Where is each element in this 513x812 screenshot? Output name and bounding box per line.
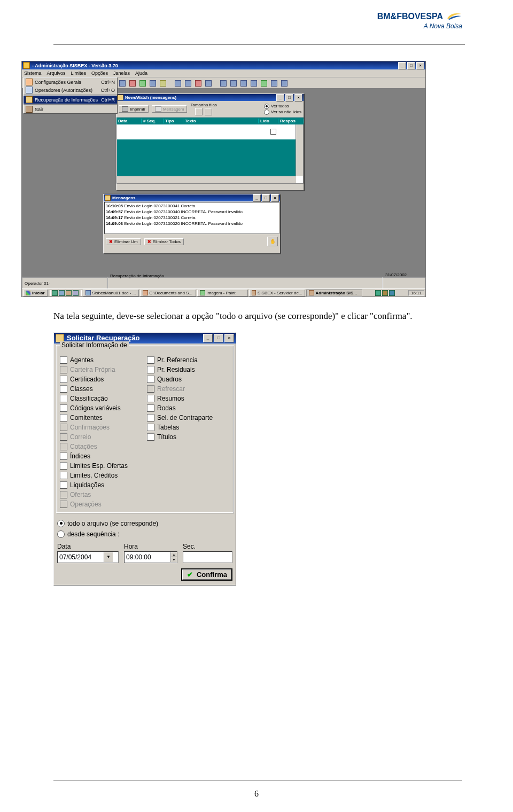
checkbox-icon[interactable] bbox=[60, 376, 67, 383]
data-input[interactable] bbox=[58, 553, 104, 561]
minimize-button[interactable]: _ bbox=[276, 94, 284, 102]
checkbox-icon[interactable] bbox=[60, 395, 67, 402]
delete-one-button[interactable]: ✖ Eliminar Um bbox=[106, 238, 141, 245]
radio-desde-sequencia[interactable]: desde sequência : bbox=[57, 529, 232, 540]
checkbox-limites-cr-ditos[interactable]: Limites, Créditos bbox=[60, 471, 143, 480]
toolbar-button[interactable] bbox=[219, 79, 228, 88]
horizontal-scrollbar[interactable] bbox=[117, 176, 296, 183]
tray-icon[interactable] bbox=[375, 290, 381, 296]
hora-input-box[interactable]: ▲▼ bbox=[124, 551, 177, 563]
checkbox-icon[interactable] bbox=[60, 472, 67, 479]
toolbar-button[interactable] bbox=[194, 79, 203, 88]
spin-buttons[interactable]: ▲▼ bbox=[170, 552, 177, 562]
col-lido[interactable]: Lido bbox=[259, 119, 278, 123]
quick-launch-icon[interactable] bbox=[66, 290, 72, 296]
menu-sistema[interactable]: Sistema bbox=[24, 71, 42, 76]
toolbar-button[interactable] bbox=[229, 79, 238, 88]
hand-button[interactable]: ✋ bbox=[267, 237, 278, 246]
delete-all-button[interactable]: ✖ Eliminar Todos bbox=[144, 238, 184, 245]
col-respos[interactable]: Respos bbox=[278, 119, 304, 123]
zoom-in-button[interactable] bbox=[195, 108, 203, 115]
checkbox-icon[interactable] bbox=[147, 366, 154, 373]
toolbar-button[interactable] bbox=[184, 79, 192, 88]
checkbox-icon[interactable] bbox=[60, 414, 67, 421]
checkbox--ndices[interactable]: Índices bbox=[60, 451, 143, 461]
close-button[interactable]: × bbox=[271, 194, 279, 202]
dropdown-item-operadores[interactable]: Operadores (Autorizações) Ctrl+O bbox=[24, 86, 117, 94]
sec-input-box[interactable] bbox=[183, 551, 232, 563]
checkbox-icon[interactable] bbox=[147, 424, 154, 431]
sec-input[interactable] bbox=[183, 553, 232, 561]
start-button[interactable]: Iniciar bbox=[23, 290, 48, 296]
checkbox-sel-de-contraparte[interactable]: Sel. de Contraparte bbox=[147, 413, 230, 423]
toolbar-button[interactable] bbox=[280, 79, 289, 88]
checkbox-icon[interactable] bbox=[60, 481, 67, 489]
checkbox-icon[interactable] bbox=[60, 385, 67, 393]
checkbox-rodas[interactable]: Rodas bbox=[147, 403, 230, 413]
checkbox-quadros[interactable]: Quadros bbox=[147, 374, 230, 384]
menu-ajuda[interactable]: Ajuda bbox=[135, 71, 147, 76]
maximize-button[interactable]: □ bbox=[262, 194, 270, 202]
checkbox-tabelas[interactable]: Tabelas bbox=[147, 423, 230, 432]
checkbox-icon[interactable] bbox=[147, 376, 154, 383]
maximize-button[interactable]: □ bbox=[407, 62, 415, 69]
toolbar-button[interactable] bbox=[174, 79, 182, 88]
toolbar-button[interactable] bbox=[149, 79, 157, 88]
menu-limites[interactable]: Limites bbox=[71, 71, 87, 76]
toolbar-button[interactable] bbox=[260, 79, 268, 88]
checkbox-classifica-o[interactable]: Classificação bbox=[60, 394, 143, 403]
toolbar-button[interactable] bbox=[128, 79, 137, 88]
vertical-scrollbar[interactable] bbox=[296, 124, 303, 176]
checkbox-pr-residuais[interactable]: Pr. Residuais bbox=[147, 365, 230, 374]
checkbox-liquida-es[interactable]: Liquidações bbox=[60, 480, 143, 490]
checkbox-limites-esp-ofertas[interactable]: Limites Esp. Ofertas bbox=[60, 461, 143, 471]
checkbox-icon[interactable] bbox=[60, 452, 67, 460]
maximize-button[interactable]: □ bbox=[285, 94, 293, 102]
toolbar-button[interactable] bbox=[250, 79, 258, 88]
minimize-button[interactable]: _ bbox=[203, 334, 213, 342]
checkbox-t-tulos[interactable]: Títulos bbox=[147, 432, 230, 442]
tray-icon[interactable] bbox=[382, 290, 388, 296]
checkbox-agentes[interactable]: Agentes bbox=[60, 355, 143, 365]
col-data[interactable]: Data bbox=[116, 119, 142, 123]
col-tipo[interactable]: Tipo bbox=[164, 119, 183, 123]
checkbox-icon[interactable] bbox=[60, 404, 67, 412]
chevron-down-icon[interactable]: ▼ bbox=[104, 552, 113, 562]
spin-up-icon[interactable]: ▲ bbox=[171, 552, 177, 558]
message-button[interactable]: Mensagem bbox=[152, 105, 188, 113]
checkbox-pr-referencia[interactable]: Pr. Referencia bbox=[147, 355, 230, 365]
col-texto[interactable]: Texto bbox=[183, 119, 259, 123]
data-input-box[interactable]: ▼ bbox=[57, 551, 119, 563]
checkbox-certificados[interactable]: Certificados bbox=[60, 374, 143, 384]
zoom-out-button[interactable] bbox=[205, 108, 212, 115]
dropdown-item-recuperacao[interactable]: Recuperação de Informações Ctrl+R bbox=[24, 96, 117, 104]
hora-input[interactable] bbox=[125, 553, 170, 561]
checkbox-icon[interactable] bbox=[147, 433, 154, 441]
messages-list[interactable]: 16:10:05 Envio de Login 02073100041 Corr… bbox=[104, 202, 279, 234]
checkbox-icon[interactable] bbox=[60, 462, 67, 470]
close-button[interactable]: × bbox=[224, 334, 234, 342]
toolbar-button[interactable] bbox=[118, 79, 127, 88]
toolbar-button[interactable] bbox=[270, 79, 278, 88]
checkbox-comitentes[interactable]: Comitentes bbox=[60, 413, 143, 423]
confirm-button[interactable]: ✔ Confirma bbox=[181, 568, 232, 581]
minimize-button[interactable]: _ bbox=[398, 62, 406, 69]
checkbox-icon[interactable] bbox=[60, 356, 67, 364]
spin-down-icon[interactable]: ▼ bbox=[171, 557, 177, 562]
toolbar-button[interactable] bbox=[138, 79, 147, 88]
taskbar-item-active[interactable]: Administração SIS... bbox=[306, 290, 362, 296]
maximize-button[interactable]: □ bbox=[214, 334, 223, 342]
checkbox-resumos[interactable]: Resumos bbox=[147, 394, 230, 403]
radio-todo-arquivo[interactable]: todo o arquivo (se corresponde) bbox=[57, 518, 232, 529]
minimize-button[interactable]: _ bbox=[253, 194, 261, 202]
col-seq[interactable]: # Seq. bbox=[142, 119, 164, 123]
dropdown-item-config[interactable]: Configurações Gerais Ctrl+N bbox=[24, 78, 117, 86]
checkbox-classes[interactable]: Classes bbox=[60, 384, 143, 394]
checkbox-icon[interactable] bbox=[147, 356, 154, 364]
menu-opcoes[interactable]: Opções bbox=[91, 71, 108, 76]
toolbar-button[interactable] bbox=[159, 79, 167, 88]
quick-launch-icon[interactable] bbox=[73, 290, 79, 296]
taskbar-item[interactable]: SISBEX - Servidor de... bbox=[249, 290, 305, 296]
close-button[interactable]: × bbox=[294, 94, 302, 102]
radio-view-all[interactable]: Ver todos bbox=[264, 104, 301, 109]
